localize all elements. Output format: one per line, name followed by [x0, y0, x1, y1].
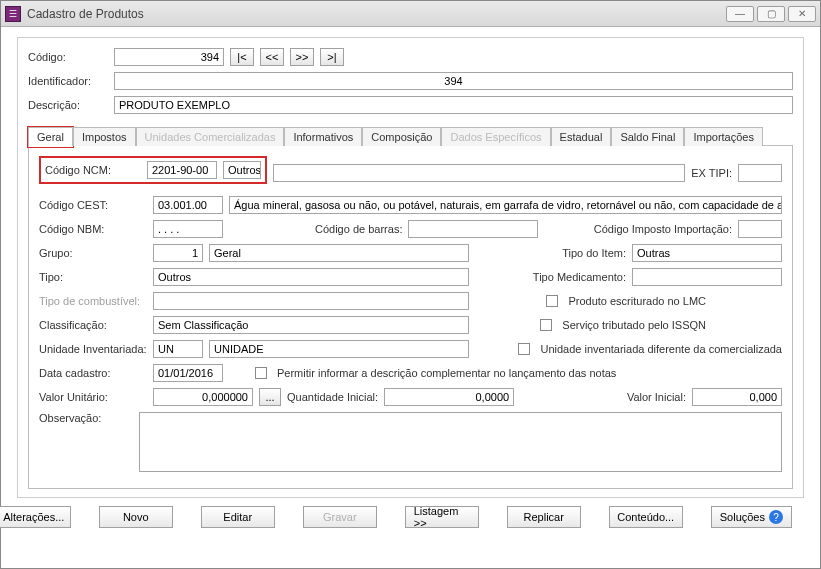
tab-impostos[interactable]: Impostos — [73, 127, 136, 146]
ncm-desc-long[interactable] — [273, 164, 685, 182]
tipo-item-field[interactable]: Outras — [632, 244, 782, 262]
ncm-field[interactable]: 2201-90-00 — [147, 161, 217, 179]
tab-informativos[interactable]: Informativos — [284, 127, 362, 146]
qtd-label: Quantidade Inicial: — [287, 391, 378, 403]
checkbox-unid-dif-label: Unidade inventariada diferente da comerc… — [540, 343, 782, 355]
class-label: Classificação: — [39, 319, 147, 331]
nav-prev-button[interactable]: << — [260, 48, 284, 66]
tipo-med-field[interactable] — [632, 268, 782, 286]
nav-next-button[interactable]: >> — [290, 48, 314, 66]
data-label: Data cadastro: — [39, 367, 147, 379]
window-title: Cadastro de Produtos — [27, 7, 144, 21]
tab-dados: Dados Específicos — [441, 127, 550, 146]
tipo-label: Tipo: — [39, 271, 147, 283]
identificador-label: Identificador: — [28, 75, 108, 87]
nav-last-button[interactable]: >| — [320, 48, 344, 66]
descricao-field[interactable]: PRODUTO EXEMPLO — [114, 96, 793, 114]
minimize-button[interactable]: — — [726, 6, 754, 22]
editar-button[interactable]: Editar — [201, 506, 275, 528]
tab-importacoes[interactable]: Importações — [684, 127, 763, 146]
grupo-field[interactable]: 1 — [153, 244, 203, 262]
tipo-field[interactable]: Outros — [153, 268, 469, 286]
checkbox-issqn-label: Serviço tributado pelo ISSQN — [562, 319, 706, 331]
replicar-button[interactable]: Replicar — [507, 506, 581, 528]
descricao-label: Descrição: — [28, 99, 108, 111]
obs-field[interactable] — [139, 412, 783, 472]
listagem-button[interactable]: Listagem >> — [405, 506, 479, 528]
cod-imp-label: Código Imposto Importação: — [594, 223, 732, 235]
ncm-label: Código NCM: — [45, 164, 141, 176]
qtd-field[interactable]: 0,0000 — [384, 388, 514, 406]
nbm-label: Código NBM: — [39, 223, 147, 235]
valor-unit-label: Valor Unitário: — [39, 391, 147, 403]
window: ☰ Cadastro de Produtos — ▢ ✕ Código: 394… — [0, 0, 821, 569]
tab-saldo[interactable]: Saldo Final — [611, 127, 684, 146]
tipo-comb-field — [153, 292, 469, 310]
nav-first-button[interactable]: |< — [230, 48, 254, 66]
checkbox-permitir-label: Permitir informar a descrição complement… — [277, 367, 616, 379]
checkbox-permitir[interactable] — [255, 367, 267, 379]
ncm-highlight: Código NCM: 2201-90-00 Outros — [39, 156, 267, 184]
titlebar: ☰ Cadastro de Produtos — ▢ ✕ — [1, 1, 820, 27]
codigo-label: Código: — [28, 51, 108, 63]
checkbox-unid-dif[interactable] — [518, 343, 530, 355]
solucoes-button[interactable]: Soluções ? — [711, 506, 792, 528]
unid-desc-field[interactable]: UNIDADE — [209, 340, 469, 358]
checkbox-lmc[interactable] — [546, 295, 558, 307]
valor-unit-field[interactable]: 0,000000 — [153, 388, 253, 406]
ncm-desc-field[interactable]: Outros — [223, 161, 261, 179]
maximize-button[interactable]: ▢ — [757, 6, 785, 22]
tipo-comb-label: Tipo de combustível: — [39, 295, 147, 307]
close-button[interactable]: ✕ — [788, 6, 816, 22]
tab-geral-label: Geral — [37, 131, 64, 143]
tabs: Geral Impostos Unidades Comercializadas … — [28, 126, 793, 146]
tab-geral[interactable]: Geral — [28, 127, 73, 146]
checkbox-lmc-label: Produto escriturado no LMC — [568, 295, 706, 307]
data-field[interactable]: 01/01/2016 — [153, 364, 223, 382]
unid-label: Unidade Inventariada: — [39, 343, 147, 355]
cod-imp-field[interactable] — [738, 220, 782, 238]
obs-label: Observação: — [39, 412, 133, 424]
grupo-desc-field[interactable]: Geral — [209, 244, 469, 262]
grupo-label: Grupo: — [39, 247, 147, 259]
barras-field[interactable] — [408, 220, 538, 238]
cest-label: Código CEST: — [39, 199, 147, 211]
solucoes-label: Soluções — [720, 511, 765, 523]
class-field[interactable]: Sem Classificação — [153, 316, 469, 334]
alteracoes-button[interactable]: Alterações... — [0, 506, 71, 528]
extipi-field[interactable] — [738, 164, 782, 182]
barras-label: Código de barras: — [315, 223, 402, 235]
help-icon: ? — [769, 510, 783, 524]
unid-field[interactable]: UN — [153, 340, 203, 358]
nbm-field[interactable]: . . . . — [153, 220, 223, 238]
tipo-item-label: Tipo do Item: — [562, 247, 626, 259]
app-icon: ☰ — [5, 6, 21, 22]
extipi-label: EX TIPI: — [691, 167, 732, 179]
conteudo-button[interactable]: Conteúdo... — [609, 506, 683, 528]
cest-field[interactable]: 03.001.00 — [153, 196, 223, 214]
valor-ini-field[interactable]: 0,000 — [692, 388, 782, 406]
tab-estadual[interactable]: Estadual — [551, 127, 612, 146]
novo-button[interactable]: Novo — [99, 506, 173, 528]
checkbox-issqn[interactable] — [540, 319, 552, 331]
valor-ini-label: Valor Inicial: — [627, 391, 686, 403]
tipo-med-label: Tipo Medicamento: — [533, 271, 626, 283]
tab-composicao[interactable]: Composição — [362, 127, 441, 146]
identificador-field[interactable]: 394 — [114, 72, 793, 90]
codigo-field[interactable]: 394 — [114, 48, 224, 66]
tab-panel-geral: Código NCM: 2201-90-00 Outros EX TIPI: C… — [28, 146, 793, 489]
cest-desc-field[interactable]: Água mineral, gasosa ou não, ou potável,… — [229, 196, 782, 214]
bottom-bar: Alterações... Novo Editar Gravar Listage… — [17, 498, 804, 536]
tab-unidades: Unidades Comercializadas — [136, 127, 285, 146]
gravar-button: Gravar — [303, 506, 377, 528]
valor-unit-dots-button[interactable]: ... — [259, 388, 281, 406]
